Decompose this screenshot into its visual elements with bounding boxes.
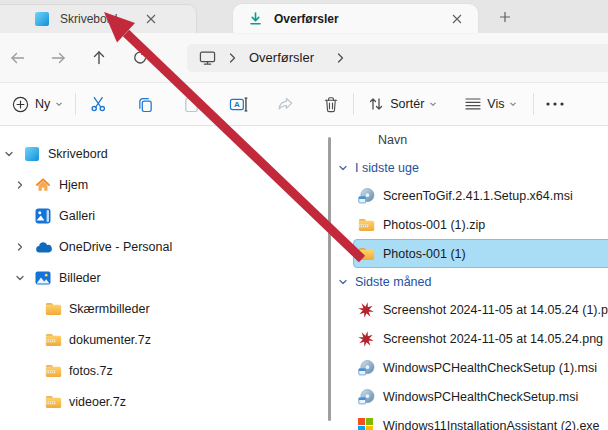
address-bar[interactable]: Overførsler (187, 44, 608, 72)
view-button-label: Vis (487, 97, 504, 111)
sidebar-item-onedrive-personal[interactable]: OneDrive - Personal (0, 231, 330, 262)
paint-splat-icon (358, 302, 377, 318)
file-row-screenshot-2024-11-05-at-14-05-24-1-png[interactable]: Screenshot 2024-11-05 at 14.05.24 (1).pn… (336, 295, 608, 324)
pictures-icon (35, 270, 53, 286)
group-header-sidste-måned[interactable]: Sidste måned (336, 268, 608, 295)
file-row-photos-001-1[interactable]: Photos-001 (1) (353, 239, 608, 268)
sidebar-scrollbar[interactable] (328, 137, 331, 421)
chevron-right-icon[interactable] (337, 53, 344, 63)
file-name: Screenshot 2024-11-05 at 14.05.24 (1).pn… (383, 303, 608, 317)
group-header-i-sidste-uge[interactable]: I sidste uge (336, 154, 608, 181)
sidebar-item-skærmbilleder[interactable]: Skærmbilleder (0, 293, 330, 324)
chevron-down-icon[interactable] (338, 163, 352, 173)
up-button[interactable] (85, 44, 113, 72)
sidebar-item-label: Billeder (59, 271, 101, 285)
chevron-down-icon (429, 100, 437, 108)
group-header-label: Sidste måned (355, 275, 431, 289)
content-area: SkrivebordHjemGalleriOneDrive - Personal… (0, 126, 608, 429)
onedrive-icon (35, 241, 53, 253)
sidebar-item-billeder[interactable]: Billeder (0, 262, 330, 293)
forward-button[interactable] (44, 44, 72, 72)
file-row-screentogif-2-41-1-setup-x64-msi[interactable]: ScreenToGif.2.41.1.Setup.x64.msi (336, 181, 608, 210)
tab-skrivebord[interactable]: Skrivebord (0, 4, 197, 33)
file-explorer-window: Skrivebord Overførsler (0, 0, 608, 430)
chevron-right-icon (229, 53, 236, 63)
tab-bar: Skrivebord Overførsler (0, 0, 608, 33)
back-button[interactable] (3, 44, 31, 72)
sidebar-item-dokumenter-7z[interactable]: dokumenter.7z (0, 324, 330, 355)
file-name: WindowsPCHealthCheckSetup (1).msi (383, 361, 597, 375)
close-tab-icon[interactable] (446, 8, 468, 30)
tab-label: Overførsler (274, 12, 339, 26)
file-name: Screenshot 2024-11-05 at 14.05.24.png (383, 332, 603, 346)
zip-folder-icon (45, 395, 63, 409)
msi-icon (358, 188, 377, 204)
sidebar-item-label: fotos.7z (69, 364, 113, 378)
navigation-pane: SkrivebordHjemGalleriOneDrive - Personal… (0, 126, 330, 429)
copy-button[interactable] (137, 96, 154, 113)
paste-button[interactable] (183, 96, 200, 113)
sort-button-label: Sortér (390, 97, 424, 111)
folder-icon (358, 247, 377, 261)
file-row-windowspchealthchecksetup-msi[interactable]: WindowsPCHealthCheckSetup.msi (336, 382, 608, 411)
column-header-row: Navn (336, 126, 608, 154)
svg-text:A: A (234, 100, 240, 109)
navigation-bar: Overførsler (0, 33, 608, 83)
file-row-windows11installationassistant-2-exe[interactable]: Windows11InstallationAssistant (2).exe (336, 411, 608, 430)
toolbar-divider (353, 93, 354, 115)
file-row-screenshot-2024-11-05-at-14-05-24-png[interactable]: Screenshot 2024-11-05 at 14.05.24.png (336, 324, 608, 353)
file-row-windowspchealthchecksetup-1-msi[interactable]: WindowsPCHealthCheckSetup (1).msi (336, 353, 608, 382)
sidebar-item-hjem[interactable]: Hjem (0, 169, 330, 200)
new-button[interactable]: Ny (12, 96, 63, 113)
plus-circle-icon (12, 96, 29, 113)
msi-icon (358, 360, 377, 376)
chevron-right-icon[interactable] (15, 242, 35, 252)
toolbar-divider (75, 93, 76, 115)
sidebar-item-videoer-7z[interactable]: videoer.7z (0, 386, 330, 417)
sidebar-item-label: videoer.7z (69, 395, 126, 409)
file-name: ScreenToGif.2.41.1.Setup.x64.msi (383, 189, 573, 203)
home-icon (35, 177, 53, 193)
chevron-down-icon[interactable] (4, 149, 24, 159)
sidebar-item-label: Skrivebord (48, 147, 108, 161)
rename-button[interactable]: A (229, 96, 248, 113)
command-toolbar: Ny A (0, 83, 608, 126)
sort-arrows-icon (368, 96, 384, 112)
sidebar-item-skrivebord[interactable]: Skrivebord (0, 138, 330, 169)
delete-button[interactable] (323, 96, 339, 113)
breadcrumb-segment[interactable]: Overførsler (249, 50, 314, 65)
cut-button[interactable] (90, 95, 108, 113)
new-tab-button[interactable] (492, 4, 518, 30)
sidebar-item-galleri[interactable]: Galleri (0, 200, 330, 231)
share-button[interactable] (277, 96, 294, 113)
desktop-icon (34, 11, 50, 27)
sort-button[interactable]: Sortér (368, 96, 437, 112)
chevron-down-icon (509, 100, 517, 108)
monitor-icon (199, 50, 216, 66)
chevron-right-icon[interactable] (15, 180, 35, 190)
toolbar-divider (533, 93, 534, 115)
zip-folder-icon (45, 333, 63, 347)
sidebar-item-label: dokumenter.7z (69, 333, 151, 347)
close-tab-icon[interactable] (140, 8, 162, 30)
tab-overfoersler[interactable]: Overførsler (233, 4, 478, 33)
file-name: Windows11InstallationAssistant (2).exe (383, 419, 600, 430)
view-button[interactable]: Vis (465, 97, 517, 111)
column-header-name[interactable]: Navn (378, 133, 407, 147)
sidebar-item-label: Hjem (59, 178, 88, 192)
sidebar-item-label: OneDrive - Personal (59, 240, 172, 254)
refresh-button[interactable] (126, 44, 154, 72)
desktop-icon (24, 146, 42, 162)
new-button-label: Ny (35, 97, 50, 111)
sidebar-item-label: Galleri (59, 209, 95, 223)
sidebar-item-fotos-7z[interactable]: fotos.7z (0, 355, 330, 386)
file-name: Photos-001 (1).zip (383, 218, 485, 232)
chevron-down-icon[interactable] (338, 277, 352, 287)
chevron-down-icon (55, 100, 63, 108)
file-name: WindowsPCHealthCheckSetup.msi (383, 390, 578, 404)
file-name: Photos-001 (1) (383, 247, 466, 261)
file-row-photos-001-1-zip[interactable]: Photos-001 (1).zip (336, 210, 608, 239)
sidebar-item-label: Skærmbilleder (69, 302, 150, 316)
chevron-down-icon[interactable] (15, 273, 35, 283)
more-options-button[interactable] (546, 102, 564, 106)
